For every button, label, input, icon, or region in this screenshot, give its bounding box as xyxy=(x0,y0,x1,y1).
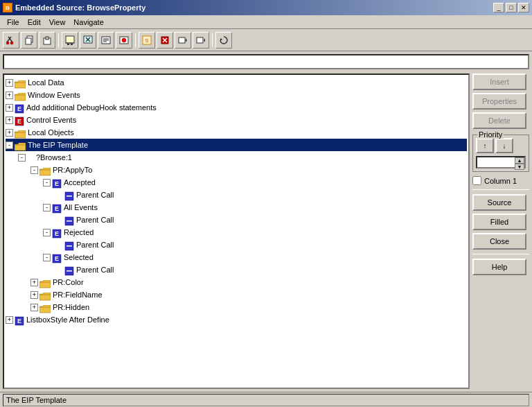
tree-item-label: The EIP Template xyxy=(28,139,88,150)
tree-item[interactable]: -?Browse:1 xyxy=(6,151,467,164)
expand-icon[interactable]: + xyxy=(6,79,13,87)
tree-item[interactable]: + E Add additional DebugHook statements xyxy=(6,101,467,114)
tree-item[interactable]: Parent Call xyxy=(6,239,467,251)
tree-item[interactable]: + Local Objects xyxy=(6,126,467,139)
svg-rect-10 xyxy=(67,44,69,45)
tree-item[interactable]: - E Selected xyxy=(6,251,467,263)
tool1-button[interactable] xyxy=(62,32,78,49)
svg-point-2 xyxy=(6,42,9,44)
tree-item[interactable]: Parent Call xyxy=(6,189,467,201)
tool8-button[interactable] xyxy=(193,32,209,49)
tree-item-label: Local Objects xyxy=(28,127,74,138)
paste-button[interactable] xyxy=(39,32,55,49)
expand-icon[interactable]: + xyxy=(30,304,38,311)
menu-edit[interactable]: Edit xyxy=(24,17,45,28)
folder-icon xyxy=(39,166,51,174)
divider2 xyxy=(472,254,529,254)
minimize-button[interactable]: _ xyxy=(493,3,504,12)
expand-icon[interactable]: - xyxy=(43,179,51,187)
svg-text:E: E xyxy=(55,205,59,212)
source-button[interactable]: Source xyxy=(472,194,526,211)
refresh-icon xyxy=(219,35,229,45)
tool4-button[interactable] xyxy=(116,32,132,49)
close-button[interactable]: ✕ xyxy=(518,3,529,12)
tree-item-label: PR:FieldName xyxy=(53,289,103,300)
menu-file[interactable]: File xyxy=(3,17,24,28)
expand-icon[interactable]: + xyxy=(30,279,38,286)
svg-rect-7 xyxy=(46,37,48,40)
insert-button[interactable]: Insert xyxy=(472,73,526,90)
priority-up-button[interactable]: ↑ xyxy=(476,138,494,153)
tree-item[interactable]: + Local Data xyxy=(6,76,467,89)
tree-item[interactable]: Parent Call xyxy=(6,214,467,226)
cut-button[interactable] xyxy=(3,32,19,49)
priority-down-button[interactable]: ↓ xyxy=(495,138,513,153)
search-bar[interactable] xyxy=(3,54,529,69)
expand-icon[interactable]: + xyxy=(6,92,13,99)
expand-icon[interactable]: - xyxy=(6,141,13,149)
tree-item-label: Control Events xyxy=(26,114,76,125)
tree-item[interactable]: - E Rejected xyxy=(6,226,467,239)
spin-up[interactable]: ▲ xyxy=(515,157,524,164)
tool5-button[interactable]: S xyxy=(139,32,155,49)
tool2-button[interactable] xyxy=(80,32,96,49)
tree-item[interactable]: + PR:Color xyxy=(6,276,467,288)
tree-item[interactable]: + Window Events xyxy=(6,89,467,101)
svg-marker-27 xyxy=(186,38,187,42)
tree-item[interactable]: + E Control Events xyxy=(6,114,467,126)
priority-input[interactable]: ▲ ▼ xyxy=(476,156,526,168)
title-bar-left: B Embedded Source: BrowseProperty xyxy=(3,3,145,12)
svg-rect-31 xyxy=(15,83,26,88)
event-icon: E xyxy=(52,177,62,187)
menu-view[interactable]: View xyxy=(45,17,70,28)
tree-item[interactable]: + PR:Hidden xyxy=(6,301,467,313)
properties-button[interactable]: Properties xyxy=(472,93,526,110)
divider1 xyxy=(472,189,529,190)
tool7-icon xyxy=(178,35,188,45)
sep2 xyxy=(135,33,136,47)
menu-navigate[interactable]: Navigate xyxy=(69,17,107,28)
expand-icon[interactable]: + xyxy=(6,104,13,112)
tree-item[interactable]: + PR:FieldName xyxy=(6,288,467,301)
svg-text:E: E xyxy=(55,230,59,237)
expand-icon[interactable]: - xyxy=(43,204,51,211)
tree-scroll[interactable]: + Local Data+ Window Events+ E Add addit… xyxy=(4,75,468,388)
tree-item-label: Add additional DebugHook statements xyxy=(26,102,157,113)
tree-item[interactable]: - E Accepted xyxy=(6,176,467,189)
tree-item[interactable]: + E ListboxStyle After Define xyxy=(6,313,467,326)
filled-button[interactable]: Filled xyxy=(472,214,526,230)
expand-icon[interactable]: + xyxy=(6,316,13,324)
tool6-button[interactable] xyxy=(157,32,173,49)
spin-down[interactable]: ▼ xyxy=(515,164,524,170)
svg-rect-56 xyxy=(39,282,51,288)
expand-icon[interactable]: - xyxy=(43,229,51,236)
tool7-button[interactable] xyxy=(175,32,191,49)
help-button[interactable]: Help xyxy=(472,259,526,275)
tree-item[interactable]: - The EIP Template xyxy=(6,139,467,151)
content-row: + Local Data+ Window Events+ E Add addit… xyxy=(3,73,529,389)
maximize-button[interactable]: □ xyxy=(506,3,517,12)
tree-item[interactable]: Parent Call xyxy=(6,263,467,276)
copy-icon xyxy=(24,35,34,45)
expand-icon[interactable]: + xyxy=(6,129,13,137)
copy-button[interactable] xyxy=(21,32,37,49)
expand-icon[interactable]: - xyxy=(18,154,26,162)
delete-button[interactable]: Delete xyxy=(472,112,526,129)
tree-item[interactable]: - E All Events xyxy=(6,201,467,214)
close-button[interactable]: Close xyxy=(472,233,526,250)
tool6-icon xyxy=(160,35,170,45)
folder-icon xyxy=(15,91,26,99)
svg-rect-28 xyxy=(197,37,203,43)
expand-icon[interactable]: - xyxy=(30,166,38,174)
tool3-button[interactable] xyxy=(98,32,114,49)
tree-item[interactable]: - PR:ApplyTo xyxy=(6,164,467,176)
expand-icon[interactable]: + xyxy=(30,291,38,299)
refresh-button[interactable] xyxy=(215,32,232,49)
column1-checkbox[interactable] xyxy=(472,176,481,185)
svg-rect-47 xyxy=(66,220,72,222)
event-icon: E xyxy=(52,227,62,237)
svg-rect-11 xyxy=(71,44,73,45)
status-bar: The EIP Template xyxy=(0,392,532,407)
expand-icon[interactable]: + xyxy=(6,116,13,124)
expand-icon[interactable]: - xyxy=(43,254,51,261)
